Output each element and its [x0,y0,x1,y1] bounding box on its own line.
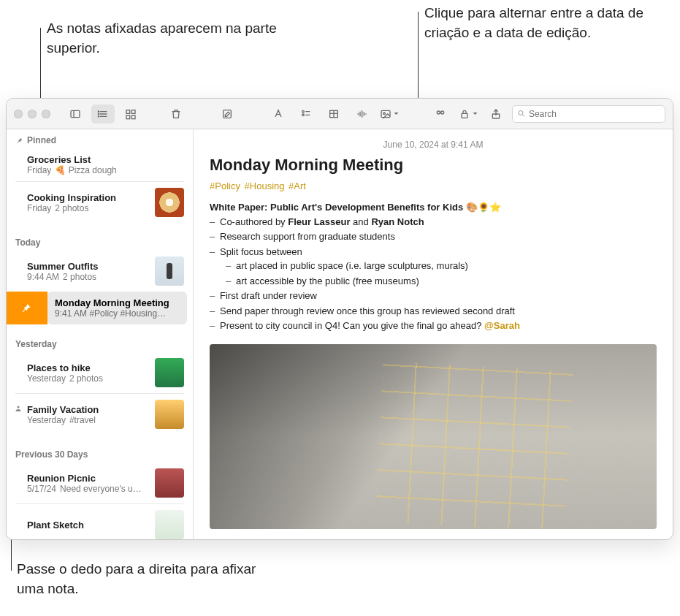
toggle-sidebar-button[interactable] [64,104,87,123]
note-item-places-hike[interactable]: Places to hike Yesterday2 photos [7,352,193,393]
zoom-window-icon[interactable] [42,110,50,118]
note-title: Reunion Picnic [27,473,149,484]
tag[interactable]: #Art [289,180,306,191]
note-preview: Need everyone's u… [60,484,142,494]
search-icon [517,109,526,118]
note-title: Summer Outfits [27,261,149,272]
section-label: Yesterday [15,339,57,349]
note-preview: 2 photos [63,272,96,282]
svg-point-33 [18,406,20,408]
section-label: Previous 30 Days [15,449,88,460]
mention[interactable]: @Sarah [484,320,520,331]
format-button[interactable] [267,104,290,123]
note-content[interactable]: June 10, 2024 at 9:41 AM Monday Morning … [194,129,673,539]
svg-rect-12 [224,110,232,118]
link-button[interactable] [429,104,452,123]
svg-rect-10 [126,115,130,119]
window-controls[interactable] [14,110,50,118]
section-header-pinned: Pinned [7,129,193,148]
gallery-view-button[interactable] [119,104,142,123]
bullet: Co-authored by Fleur Lasseur and Ryan No… [220,215,657,229]
note-image[interactable] [210,344,657,530]
note-item-cooking[interactable]: Cooking Inspiration Friday2 photos [7,182,193,223]
bullet: Split focus between art placed in public… [220,245,657,289]
note-thumbnail [155,400,184,429]
delete-button[interactable] [164,104,188,123]
svg-rect-11 [131,115,135,119]
svg-rect-9 [131,110,135,113]
swipe-pin-action[interactable] [7,292,47,324]
minimize-window-icon[interactable] [28,110,37,118]
svg-point-15 [302,114,305,116]
list-view-button[interactable] [91,104,115,123]
section-header-yesterday: Yesterday [7,333,193,352]
note-preview: #travel [69,415,96,425]
note-heading: White Paper: Public Art's Development Be… [210,202,501,213]
note-date-header[interactable]: June 10, 2024 at 9:41 AM [210,140,657,150]
note-date: Yesterday [27,373,66,384]
svg-point-7 [98,115,99,116]
note-title: Cooking Inspiration [27,192,149,203]
note-date: 5/17/24 [27,484,56,494]
toolbar [7,99,673,129]
section-header-today: Today [7,232,193,251]
note-tags[interactable]: #Policy #Housing #Art [210,180,657,191]
lock-button[interactable] [456,104,480,123]
media-button[interactable] [378,104,401,123]
table-button[interactable] [322,104,345,123]
bullet: First draft under review [220,289,657,303]
section-label: Pinned [27,135,56,145]
svg-point-5 [98,111,99,112]
shared-icon [14,404,23,415]
note-preview: 2 photos [55,203,88,213]
sub-bullet: art placed in public space (i.e. large s… [236,259,657,273]
note-date: 9:44 AM [27,272,59,282]
callout-swipe-pin: Passe o dedo para a direita para afixar … [17,560,280,598]
section-label: Today [15,237,40,248]
section-header-previous30: Previous 30 Days [7,444,193,463]
tag[interactable]: #Housing [245,180,285,191]
new-note-button[interactable] [215,104,239,123]
svg-point-27 [437,111,440,114]
svg-point-31 [519,111,523,115]
note-item-summer-outfits[interactable]: Summer Outfits 9:44 AM2 photos [7,251,193,292]
svg-point-6 [98,113,99,114]
search-field[interactable] [512,105,665,123]
svg-line-32 [522,115,524,116]
note-title: Monday Morning Meeting [55,297,180,308]
share-button[interactable] [484,104,508,123]
checklist-button[interactable] [294,104,318,123]
callout-pinned: As notas afixadas aparecem na parte supe… [47,19,310,58]
note-body[interactable]: White Paper: Public Art's Development Be… [210,200,657,334]
note-preview: #Policy #Housing… [89,308,166,319]
tag[interactable]: #Policy [210,180,240,191]
note-preview: 2 photos [69,373,103,384]
note-date: Friday [27,203,51,213]
svg-point-13 [302,110,305,113]
sub-bullet: art accessible by the public (free museu… [236,274,657,289]
close-window-icon[interactable] [14,110,23,118]
note-thumbnail [155,188,184,217]
note-date: Friday [27,165,51,175]
note-item-monday-meeting[interactable]: Monday Morning Meeting 9:41 AM #Policy #… [7,292,193,324]
svg-point-28 [441,111,444,114]
search-input[interactable] [529,109,660,119]
note-item-selected[interactable]: Monday Morning Meeting 9:41 AM #Policy #… [47,292,187,324]
audio-button[interactable] [350,104,373,123]
bullet: Present to city council in Q4! Can you g… [220,319,657,333]
pin-icon [15,137,23,145]
svg-rect-0 [71,110,80,117]
notes-sidebar[interactable]: Pinned Groceries List Friday🍕 Pizza doug… [7,129,194,539]
note-preview: 🍕 Pizza dough [55,165,116,175]
note-title: Plant Sketch [27,520,149,531]
svg-point-26 [383,113,385,115]
note-main-title[interactable]: Monday Morning Meeting [210,156,657,175]
note-thumbnail [155,468,184,498]
note-item-groceries[interactable]: Groceries List Friday🍕 Pizza dough [7,148,193,181]
note-item-reunion-picnic[interactable]: Reunion Picnic 5/17/24Need everyone's u… [7,463,193,503]
note-thumbnail [155,256,184,286]
note-thumbnail [155,358,184,387]
note-item-plant-sketch[interactable]: Plant Sketch [7,504,193,539]
note-title: Groceries List [27,154,184,165]
note-item-family-vacation[interactable]: Family Vacation Yesterday#travel [7,394,193,435]
